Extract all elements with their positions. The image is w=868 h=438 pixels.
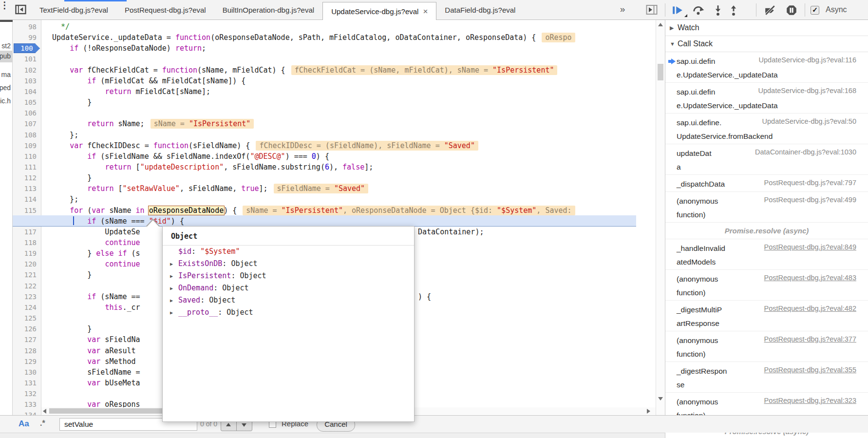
line-number[interactable]: 125: [24, 313, 37, 324]
stack-frame[interactable]: sap.ui.define.UpdateService.fromBackendU…: [665, 114, 868, 144]
expand-triangle-icon[interactable]: ▶: [170, 270, 173, 282]
tab-TextField-dbg.js?eval[interactable]: TextField-dbg.js?eval: [31, 0, 116, 20]
close-icon[interactable]: ×: [423, 8, 428, 15]
line-number[interactable]: 121: [24, 269, 37, 280]
step-out-button[interactable]: [728, 4, 740, 16]
scroll-down-icon[interactable]: [658, 397, 663, 400]
navigator-toggle-icon[interactable]: [15, 4, 26, 17]
code-line[interactable]: continue: [41, 237, 140, 248]
pause-on-exceptions-button[interactable]: [785, 4, 798, 16]
navigator-item-fragment[interactable]: st2: [1, 42, 11, 50]
debugger-sidebar-toggle-icon[interactable]: [646, 4, 658, 17]
match-case-button[interactable]: Aa: [19, 419, 29, 429]
code-line[interactable]: */: [41, 21, 70, 32]
code-line[interactable]: UpdateService._updateData = function(oRe…: [41, 32, 575, 43]
line-number[interactable]: 118: [24, 237, 37, 248]
step-over-button[interactable]: [692, 4, 704, 16]
scroll-up-icon[interactable]: [658, 23, 663, 26]
line-number[interactable]: 114: [24, 194, 37, 205]
code-line[interactable]: if (sName ==: [41, 291, 140, 302]
code-line[interactable]: continue: [41, 259, 140, 269]
stack-frame[interactable]: _digestResponsePostRequest-dbg.js?eval:3…: [665, 362, 868, 393]
frame-location[interactable]: UpdateService-dbg.js?eval:116: [759, 56, 856, 64]
code-line[interactable]: var fCheckFieldCat = function(sName, mFi…: [41, 65, 557, 76]
frame-location[interactable]: PostRequest-dbg.js?eval:499: [764, 196, 856, 204]
tab-PostRequest-dbg.js?eval[interactable]: PostRequest-dbg.js?eval: [116, 0, 214, 20]
code-line[interactable]: var fCheckIDDesc = function(sFieldName) …: [41, 140, 478, 151]
frame-location[interactable]: DataContainer-dbg.js?eval:1030: [755, 148, 856, 156]
stack-frame[interactable]: (anonymousfunction)PostRequest-dbg.js?ev…: [665, 192, 868, 223]
tab-UpdateService-dbg.js?eval[interactable]: UpdateService-dbg.js?eval×: [322, 2, 436, 20]
code-line[interactable]: if (mFieldCat && mFieldCat[sName]) {: [41, 76, 245, 86]
line-number[interactable]: 119: [24, 248, 37, 259]
line-number[interactable]: 123: [24, 291, 37, 302]
kebab-menu-icon[interactable]: ⋮: [0, 3, 7, 7]
code-line[interactable]: UpdateSe: [41, 227, 140, 237]
line-number[interactable]: 110: [24, 151, 37, 162]
expand-triangle-icon[interactable]: ▶: [170, 294, 173, 306]
vertical-scroll-thumb[interactable]: [658, 64, 663, 80]
code-line[interactable]: return sName;sName = "IsPersistent": [41, 118, 254, 129]
code-line[interactable]: [41, 54, 52, 64]
line-number[interactable]: 98: [28, 21, 37, 32]
line-number[interactable]: 108: [24, 130, 37, 140]
stack-frame[interactable]: _digestMultiPartResponsePostRequest-dbg.…: [665, 301, 868, 331]
more-tabs-icon[interactable]: »: [615, 4, 630, 15]
stack-frame[interactable]: sap.ui.define.UpdateService._updateDataU…: [665, 83, 868, 114]
navigator-item-fragment[interactable]: ma: [1, 71, 11, 78]
code-line[interactable]: if (sName === "$id") {: [41, 216, 184, 227]
line-number[interactable]: 105: [24, 97, 37, 108]
resume-button[interactable]: [671, 4, 684, 16]
tab-DataField-dbg.js?eval[interactable]: DataField-dbg.js?eval: [436, 0, 524, 20]
code-line[interactable]: for (var sName in oResponseDataNode) {sN…: [41, 205, 575, 216]
frame-location[interactable]: PostRequest-dbg.js?eval:483: [764, 274, 856, 282]
stack-frame[interactable]: updateDataDataContainer-dbg.js?eval:1030: [665, 144, 868, 175]
line-number[interactable]: 106: [24, 108, 37, 118]
object-property[interactable]: ▶IsPersistent: Object: [163, 270, 414, 282]
expand-triangle-icon[interactable]: ▶: [170, 258, 173, 270]
expand-triangle-icon[interactable]: ▶: [170, 282, 173, 294]
code-line[interactable]: [41, 313, 52, 324]
line-number[interactable]: 117: [24, 227, 37, 237]
frame-location[interactable]: PostRequest-dbg.js?eval:323: [764, 397, 856, 404]
navigator-item-fragment[interactable]: pub: [0, 52, 11, 60]
code-line[interactable]: }: [41, 172, 92, 183]
code-line[interactable]: };: [41, 130, 78, 140]
code-line[interactable]: return ["updateDescription", sFieldName.…: [41, 162, 373, 172]
code-line[interactable]: };: [41, 194, 78, 205]
stack-frame[interactable]: (anonymousfunction)PostRequest-dbg.js?ev…: [665, 331, 868, 362]
line-number[interactable]: 127: [24, 334, 37, 345]
line-number[interactable]: 104: [24, 86, 37, 97]
code-line[interactable]: var bUseMeta: [41, 378, 140, 388]
code-line[interactable]: if (sFieldName && sFieldName.indexOf("@D…: [41, 151, 329, 162]
code-line[interactable]: [41, 388, 52, 399]
editor-vertical-scrollbar[interactable]: [656, 20, 665, 415]
line-number[interactable]: 120: [24, 259, 37, 269]
code-line[interactable]: var sMethod: [41, 356, 140, 367]
resume-dropdown-icon[interactable]: [684, 14, 687, 17]
object-property[interactable]: ▶ExistsOnDB: Object: [163, 258, 414, 270]
object-property[interactable]: ▶Saved: Object: [163, 294, 414, 306]
expand-triangle-icon[interactable]: ▶: [170, 306, 173, 319]
line-number[interactable]: 126: [24, 324, 37, 334]
scroll-right-icon[interactable]: [647, 409, 650, 414]
code-line[interactable]: }: [41, 269, 92, 280]
line-number[interactable]: 124: [24, 302, 37, 313]
scroll-left-icon[interactable]: [43, 409, 46, 414]
code-line[interactable]: this._cr: [41, 302, 140, 313]
frame-location[interactable]: PostRequest-dbg.js?eval:797: [764, 179, 856, 187]
code-line[interactable]: }: [41, 97, 92, 108]
code-line[interactable]: if (!oResponseDataNode) return;: [41, 43, 206, 54]
frame-location[interactable]: UpdateService-dbg.js?eval:168: [758, 87, 856, 95]
line-number[interactable]: 101: [24, 54, 37, 64]
code-line[interactable]: [41, 108, 52, 118]
code-line[interactable]: }: [41, 324, 92, 334]
deactivate-breakpoints-button[interactable]: [763, 4, 775, 16]
code-line[interactable]: var sFieldNa: [41, 334, 140, 345]
code-line[interactable]: return mFieldCat[sName];: [41, 86, 210, 97]
frame-location[interactable]: PostRequest-dbg.js?eval:482: [764, 305, 856, 312]
object-property[interactable]: ▶OnDemand: Object: [163, 282, 414, 294]
line-number[interactable]: 99: [28, 32, 37, 43]
line-number[interactable]: 122: [24, 281, 37, 291]
stack-frame[interactable]: (anonymousfunction)PostRequest-dbg.js?ev…: [665, 270, 868, 301]
